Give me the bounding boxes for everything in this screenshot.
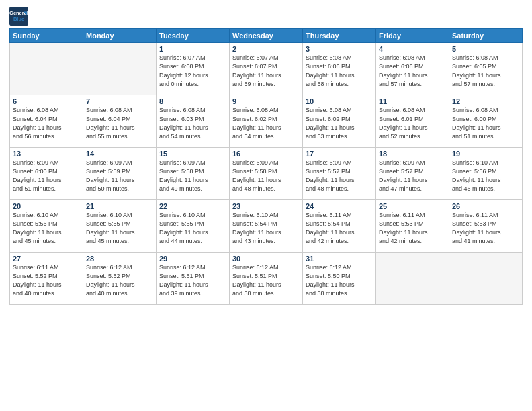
calendar-cell bbox=[10, 43, 83, 95]
day-info: Sunrise: 6:08 AMSunset: 6:01 PMDaylight:… bbox=[379, 106, 446, 141]
day-number: 6 bbox=[13, 97, 80, 105]
day-info: Sunrise: 6:08 AMSunset: 6:06 PMDaylight:… bbox=[306, 54, 373, 89]
calendar-cell: 1Sunrise: 6:07 AMSunset: 6:08 PMDaylight… bbox=[157, 43, 230, 95]
day-info: Sunrise: 6:11 AMSunset: 5:54 PMDaylight:… bbox=[306, 211, 373, 246]
day-info: Sunrise: 6:08 AMSunset: 6:02 PMDaylight:… bbox=[232, 106, 300, 141]
calendar-table: SundayMondayTuesdayWednesdayThursdayFrid… bbox=[9, 28, 523, 305]
page-container: General Blue SundayMondayTuesdayWednesda… bbox=[0, 0, 532, 309]
calendar-cell bbox=[449, 253, 523, 305]
day-number: 21 bbox=[86, 202, 153, 210]
svg-text:Blue: Blue bbox=[13, 16, 24, 22]
calendar-cell: 5Sunrise: 6:08 AMSunset: 6:05 PMDaylight… bbox=[449, 43, 523, 95]
calendar-cell: 19Sunrise: 6:10 AMSunset: 5:56 PMDayligh… bbox=[449, 148, 523, 200]
day-info: Sunrise: 6:08 AMSunset: 6:04 PMDaylight:… bbox=[13, 106, 80, 141]
day-info: Sunrise: 6:10 AMSunset: 5:56 PMDaylight:… bbox=[452, 158, 519, 193]
day-number: 7 bbox=[86, 97, 153, 105]
calendar-cell: 9Sunrise: 6:08 AMSunset: 6:02 PMDaylight… bbox=[230, 95, 303, 148]
day-info: Sunrise: 6:10 AMSunset: 5:54 PMDaylight:… bbox=[232, 211, 300, 246]
day-number: 1 bbox=[159, 45, 226, 53]
day-number: 25 bbox=[379, 202, 446, 210]
day-info: Sunrise: 6:09 AMSunset: 5:57 PMDaylight:… bbox=[379, 158, 446, 193]
day-number: 4 bbox=[379, 45, 446, 53]
day-number: 14 bbox=[86, 150, 153, 158]
day-number: 17 bbox=[306, 150, 373, 158]
calendar-cell: 27Sunrise: 6:11 AMSunset: 5:52 PMDayligh… bbox=[10, 253, 83, 305]
day-info: Sunrise: 6:08 AMSunset: 6:05 PMDaylight:… bbox=[452, 54, 519, 89]
day-number: 26 bbox=[452, 202, 519, 210]
weekday-header-monday: Monday bbox=[83, 29, 157, 43]
day-number: 16 bbox=[232, 150, 300, 158]
day-info: Sunrise: 6:10 AMSunset: 5:55 PMDaylight:… bbox=[86, 211, 153, 246]
day-info: Sunrise: 6:08 AMSunset: 6:02 PMDaylight:… bbox=[306, 106, 373, 141]
calendar-cell: 26Sunrise: 6:11 AMSunset: 5:53 PMDayligh… bbox=[449, 200, 523, 253]
day-number: 18 bbox=[379, 150, 446, 158]
weekday-header-tuesday: Tuesday bbox=[157, 29, 230, 43]
day-number: 30 bbox=[232, 255, 300, 263]
day-number: 28 bbox=[86, 255, 153, 263]
calendar-week-4: 20Sunrise: 6:10 AMSunset: 5:56 PMDayligh… bbox=[10, 200, 523, 253]
calendar-cell: 2Sunrise: 6:07 AMSunset: 6:07 PMDaylight… bbox=[230, 43, 303, 95]
day-info: Sunrise: 6:11 AMSunset: 5:53 PMDaylight:… bbox=[452, 211, 519, 246]
day-info: Sunrise: 6:07 AMSunset: 6:08 PMDaylight:… bbox=[159, 54, 226, 89]
calendar-cell: 21Sunrise: 6:10 AMSunset: 5:55 PMDayligh… bbox=[83, 200, 157, 253]
calendar-cell: 22Sunrise: 6:10 AMSunset: 5:55 PMDayligh… bbox=[157, 200, 230, 253]
day-info: Sunrise: 6:12 AMSunset: 5:50 PMDaylight:… bbox=[306, 263, 373, 298]
day-number: 8 bbox=[159, 97, 226, 105]
calendar-cell: 6Sunrise: 6:08 AMSunset: 6:04 PMDaylight… bbox=[10, 95, 83, 148]
day-info: Sunrise: 6:11 AMSunset: 5:53 PMDaylight:… bbox=[379, 211, 446, 246]
calendar-cell: 28Sunrise: 6:12 AMSunset: 5:52 PMDayligh… bbox=[83, 253, 157, 305]
day-number: 31 bbox=[306, 255, 373, 263]
calendar-cell: 10Sunrise: 6:08 AMSunset: 6:02 PMDayligh… bbox=[303, 95, 376, 148]
day-number: 10 bbox=[306, 97, 373, 105]
calendar-cell: 4Sunrise: 6:08 AMSunset: 6:06 PMDaylight… bbox=[376, 43, 449, 95]
header: General Blue bbox=[9, 7, 523, 26]
day-info: Sunrise: 6:12 AMSunset: 5:51 PMDaylight:… bbox=[159, 263, 226, 298]
calendar-cell: 14Sunrise: 6:09 AMSunset: 5:59 PMDayligh… bbox=[83, 148, 157, 200]
calendar-cell: 18Sunrise: 6:09 AMSunset: 5:57 PMDayligh… bbox=[376, 148, 449, 200]
day-info: Sunrise: 6:07 AMSunset: 6:07 PMDaylight:… bbox=[232, 54, 300, 89]
calendar-cell: 31Sunrise: 6:12 AMSunset: 5:50 PMDayligh… bbox=[303, 253, 376, 305]
day-number: 24 bbox=[306, 202, 373, 210]
day-number: 22 bbox=[159, 202, 226, 210]
calendar-week-2: 6Sunrise: 6:08 AMSunset: 6:04 PMDaylight… bbox=[10, 95, 523, 148]
weekday-header-sunday: Sunday bbox=[10, 29, 83, 43]
day-info: Sunrise: 6:12 AMSunset: 5:52 PMDaylight:… bbox=[86, 263, 153, 298]
weekday-header-friday: Friday bbox=[376, 29, 449, 43]
calendar-week-1: 1Sunrise: 6:07 AMSunset: 6:08 PMDaylight… bbox=[10, 43, 523, 95]
calendar-cell: 8Sunrise: 6:08 AMSunset: 6:03 PMDaylight… bbox=[157, 95, 230, 148]
day-number: 12 bbox=[452, 97, 519, 105]
day-info: Sunrise: 6:09 AMSunset: 5:58 PMDaylight:… bbox=[159, 158, 226, 193]
calendar-cell: 29Sunrise: 6:12 AMSunset: 5:51 PMDayligh… bbox=[157, 253, 230, 305]
calendar-cell: 3Sunrise: 6:08 AMSunset: 6:06 PMDaylight… bbox=[303, 43, 376, 95]
day-number: 5 bbox=[452, 45, 519, 53]
calendar-cell: 7Sunrise: 6:08 AMSunset: 6:04 PMDaylight… bbox=[83, 95, 157, 148]
day-number: 9 bbox=[232, 97, 300, 105]
day-info: Sunrise: 6:12 AMSunset: 5:51 PMDaylight:… bbox=[232, 263, 300, 298]
calendar-cell: 17Sunrise: 6:09 AMSunset: 5:57 PMDayligh… bbox=[303, 148, 376, 200]
calendar-week-5: 27Sunrise: 6:11 AMSunset: 5:52 PMDayligh… bbox=[10, 253, 523, 305]
day-number: 19 bbox=[452, 150, 519, 158]
weekday-header-saturday: Saturday bbox=[449, 29, 523, 43]
day-info: Sunrise: 6:10 AMSunset: 5:56 PMDaylight:… bbox=[13, 211, 80, 246]
day-number: 29 bbox=[159, 255, 226, 263]
day-info: Sunrise: 6:08 AMSunset: 6:00 PMDaylight:… bbox=[452, 106, 519, 141]
calendar-cell: 24Sunrise: 6:11 AMSunset: 5:54 PMDayligh… bbox=[303, 200, 376, 253]
day-info: Sunrise: 6:10 AMSunset: 5:55 PMDaylight:… bbox=[159, 211, 226, 246]
calendar-week-3: 13Sunrise: 6:09 AMSunset: 6:00 PMDayligh… bbox=[10, 148, 523, 200]
calendar-cell bbox=[83, 43, 157, 95]
logo-icon: General Blue bbox=[9, 7, 28, 26]
day-number: 20 bbox=[13, 202, 80, 210]
weekday-header-row: SundayMondayTuesdayWednesdayThursdayFrid… bbox=[10, 29, 523, 43]
day-number: 15 bbox=[159, 150, 226, 158]
calendar-cell: 12Sunrise: 6:08 AMSunset: 6:00 PMDayligh… bbox=[449, 95, 523, 148]
weekday-header-thursday: Thursday bbox=[303, 29, 376, 43]
calendar-cell: 20Sunrise: 6:10 AMSunset: 5:56 PMDayligh… bbox=[10, 200, 83, 253]
logo: General Blue bbox=[9, 7, 30, 26]
day-info: Sunrise: 6:08 AMSunset: 6:03 PMDaylight:… bbox=[159, 106, 226, 141]
calendar-cell: 25Sunrise: 6:11 AMSunset: 5:53 PMDayligh… bbox=[376, 200, 449, 253]
day-info: Sunrise: 6:09 AMSunset: 6:00 PMDaylight:… bbox=[13, 158, 80, 193]
day-number: 23 bbox=[232, 202, 300, 210]
day-info: Sunrise: 6:09 AMSunset: 5:57 PMDaylight:… bbox=[306, 158, 373, 193]
calendar-cell: 16Sunrise: 6:09 AMSunset: 5:58 PMDayligh… bbox=[230, 148, 303, 200]
day-info: Sunrise: 6:11 AMSunset: 5:52 PMDaylight:… bbox=[13, 263, 80, 298]
